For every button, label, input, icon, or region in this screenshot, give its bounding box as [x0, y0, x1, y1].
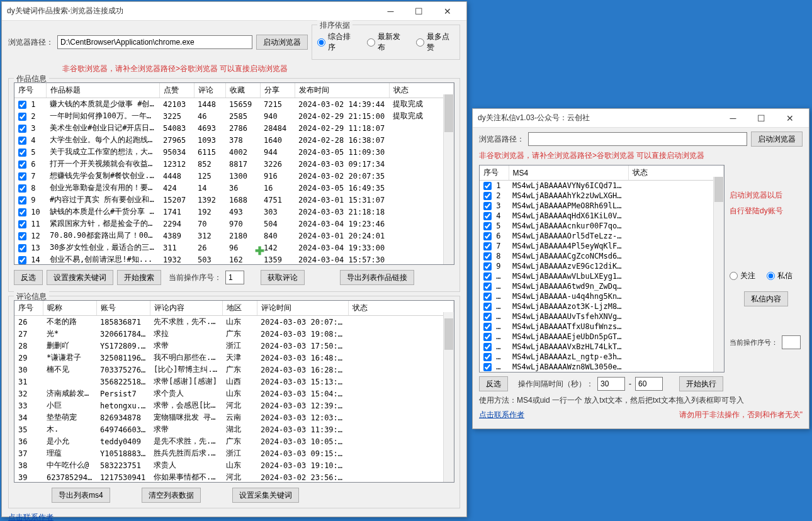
col-header[interactable]: 状态: [348, 301, 454, 316]
table-row[interactable]: 2MS4wLjABAAAAhYk2zUwLXGH5BV...: [480, 191, 724, 201]
get-comment-button[interactable]: 获取评论: [261, 270, 305, 285]
row-checkbox[interactable]: [18, 125, 26, 133]
col-header[interactable]: 评论: [194, 83, 225, 98]
close-button[interactable]: ✕: [433, 3, 461, 20]
col-header[interactable]: 评论时间: [257, 301, 348, 316]
launch-browser-button[interactable]: 启动浏览器: [256, 35, 308, 50]
table-row[interactable]: 32济南咸龄发...Persist7求个贵人山东2024-03-03 15:04…: [14, 388, 454, 400]
table-row[interactable]: 7MS4wLjABAAAA4Pl5eyWqKlFDQM...: [480, 241, 724, 251]
row-checkbox[interactable]: [483, 293, 492, 301]
sort-comprehensive[interactable]: 综合排序: [317, 31, 356, 53]
row-checkbox[interactable]: [483, 363, 492, 371]
contact-author-link[interactable]: 点击联系作者: [8, 513, 54, 521]
table-row[interactable]: 34垫垫萌宠826934878宠物猫咪批发 寻...云南2024-03-03 1…: [14, 412, 454, 423]
table-row[interactable]: 14MS4wLjABAAAAUvTsfehXNVg-7Z...: [480, 311, 724, 322]
row-checkbox[interactable]: [483, 252, 492, 260]
table-row[interactable]: 6MS4wLjABAAAAOrl5dTeLzz-sey...: [480, 231, 724, 241]
ms4-table-wrap[interactable]: 序号MS4状态 1MS4wLjABAAAAVYNy6ICQd71X-n... 2…: [479, 165, 725, 373]
table-row[interactable]: 17MS4wLjABAAAAVxBzHL74LkTtrE...: [480, 342, 724, 352]
maximize-button[interactable]: ☐: [405, 3, 433, 20]
table-row[interactable]: 10缺钱的本质是什么#干货分享 ...17411924933032024-03-…: [14, 206, 454, 218]
col-header[interactable]: 评论内容: [150, 301, 222, 316]
table-row[interactable]: 15MS4wLjABAAAATfxU8ufWnzsFbe...: [480, 322, 724, 332]
row-checkbox[interactable]: [18, 220, 26, 228]
comments-table-wrap[interactable]: 序号昵称账号评论内容地区评论时间状态 26不老的路185836871先不求胜，先…: [14, 300, 454, 483]
table-row[interactable]: 5MS4wLjABAAAAcnkur00F7qopeq...: [480, 221, 724, 231]
row-checkbox[interactable]: [18, 196, 26, 204]
col-header[interactable]: 作品标题: [46, 83, 159, 98]
table-row[interactable]: 11MS4wLjABAAAA6twd9n_ZwDqhij...: [480, 281, 724, 291]
row-checkbox[interactable]: [18, 172, 26, 181]
export-links-button[interactable]: 导出列表作品链接: [340, 270, 414, 285]
row-checkbox[interactable]: [483, 333, 492, 341]
col-header[interactable]: MS4: [509, 165, 628, 181]
scrollbar[interactable]: [443, 312, 454, 482]
col-header[interactable]: 序号: [480, 165, 509, 181]
table-row[interactable]: 9MS4wLjABAAAAzvE9Gc12diKO0x...: [480, 261, 724, 271]
table-row[interactable]: 28删删吖YS172809...求带浙江2024-03-03 17:50:20: [14, 340, 454, 352]
table-row[interactable]: 13MS4wLjABAAAAzot3K-LjzM8H_P...: [480, 301, 724, 311]
scrollbar[interactable]: [713, 177, 724, 372]
sort-latest[interactable]: 最新发布: [367, 31, 405, 53]
table-row[interactable]: 5关于我成立工作室的想法，大...95034611540029442024-03…: [14, 146, 454, 158]
table-row[interactable]: 16MS4wLjABAAAAEjeUbDn5pGTaTX...: [480, 332, 724, 342]
row-checkbox[interactable]: [18, 232, 26, 240]
row-checkbox[interactable]: [483, 353, 492, 361]
row-checkbox[interactable]: [483, 192, 492, 200]
col-header[interactable]: 收藏: [225, 83, 260, 98]
col-header[interactable]: 发布时间: [295, 83, 389, 98]
row-checkbox[interactable]: [18, 101, 26, 109]
row-checkbox[interactable]: [483, 323, 492, 331]
table-row[interactable]: 18MS4wLjABAAAAzL_ngtp-e3hMm4...: [480, 352, 724, 362]
table-row[interactable]: 30楠不见70337527691[比心]帮博主纠...广东2024-03-03 …: [14, 364, 454, 376]
table-row[interactable]: 12MS4wLjABAAAA-u4q4hng5Knb2h...: [480, 291, 724, 301]
start-search-button[interactable]: 开始搜索: [117, 270, 161, 285]
row-checkbox[interactable]: [483, 212, 492, 220]
export-ms4-button[interactable]: 导出列表ms4: [52, 488, 110, 503]
table-row[interactable]: 33小巨hetongxu...求带，会感恩[比心]河北2024-03-03 12…: [14, 400, 454, 412]
table-row[interactable]: 19MS4wLjABAAAAWzn8WL3050eYir...: [480, 362, 724, 372]
sort-mostliked[interactable]: 最多点赞: [416, 31, 454, 53]
set-collect-keyword-button[interactable]: 设置采集关键词: [232, 488, 299, 503]
row-checkbox[interactable]: [483, 272, 492, 281]
table-row[interactable]: 8MS4wLjABAAAACgZcoNCMsd6lm...: [480, 251, 724, 261]
table-row[interactable]: 38中午吃什么@583223751求贵人山东2024-03-03 19:10:0…: [14, 459, 454, 471]
launch-browser-button[interactable]: 启动浏览器: [751, 132, 803, 147]
col-header[interactable]: 账号: [96, 301, 150, 316]
invert-select-button[interactable]: 反选: [14, 270, 43, 285]
browser-path-input[interactable]: [528, 132, 747, 146]
row-checkbox[interactable]: [18, 208, 26, 216]
table-row[interactable]: 1330多岁女性创业，最适合的三...31126961422024-03-04 …: [14, 242, 454, 254]
table-row[interactable]: 37理蕴Y1051888327胜兵先胜而后求...浙江2024-03-03 09…: [14, 447, 454, 459]
table-row[interactable]: 1赚大钱的本质就是少做事 #创...4210314481565972152024…: [14, 98, 454, 111]
interval-to-input[interactable]: [635, 377, 663, 391]
row-checkbox[interactable]: [483, 232, 492, 240]
row-checkbox[interactable]: [18, 244, 26, 252]
col-header[interactable]: 点赞: [159, 83, 194, 98]
invert-select-button[interactable]: 反选: [479, 376, 508, 391]
table-row[interactable]: 10MS4wLjABAAAAwVLbuLXEyg1w-x...: [480, 271, 724, 281]
table-row[interactable]: 1MS4wLjABAAAAVYNy6ICQd71X-n...: [480, 181, 724, 191]
col-header[interactable]: 序号: [14, 301, 43, 316]
table-row[interactable]: 29*谦谦君子32508119675我不明白那些在...天津2024-03-03…: [14, 352, 454, 364]
interval-from-input[interactable]: [597, 377, 625, 391]
table-row[interactable]: 3135682251837求带[感谢][感谢]山西2024-03-03 15:1…: [14, 376, 454, 388]
row-checkbox[interactable]: [483, 222, 492, 230]
row-checkbox[interactable]: [18, 256, 26, 264]
table-row[interactable]: 11紧跟国家方针，都是捡金子的...2294709705042024-03-04…: [14, 218, 454, 230]
table-row[interactable]: 3美术生创业#创业日记#开店日...5408346932786284842024…: [14, 122, 454, 134]
row-checkbox[interactable]: [483, 313, 492, 321]
dm-content-button[interactable]: 私信内容: [744, 291, 788, 306]
table-row[interactable]: 1270.80.90都套路出局了！00后...43893122180840202…: [14, 230, 454, 242]
row-checkbox[interactable]: [18, 113, 26, 121]
table-row[interactable]: 9#内容过于真实 所有要创业和...152071392168847512024-…: [14, 194, 454, 206]
current-op-input[interactable]: [225, 271, 244, 284]
row-checkbox[interactable]: [483, 202, 492, 210]
start-execute-button[interactable]: 开始执行: [679, 376, 723, 391]
row-checkbox[interactable]: [483, 303, 492, 311]
follow-radio[interactable]: 关注: [730, 271, 755, 281]
clear-list-button[interactable]: 清空列表数据: [142, 488, 201, 503]
row-checkbox[interactable]: [18, 160, 26, 169]
col-header[interactable]: 昵称: [43, 301, 96, 316]
table-row[interactable]: 27光*32066178464求拉广东2024-03-03 19:08:30: [14, 328, 454, 340]
